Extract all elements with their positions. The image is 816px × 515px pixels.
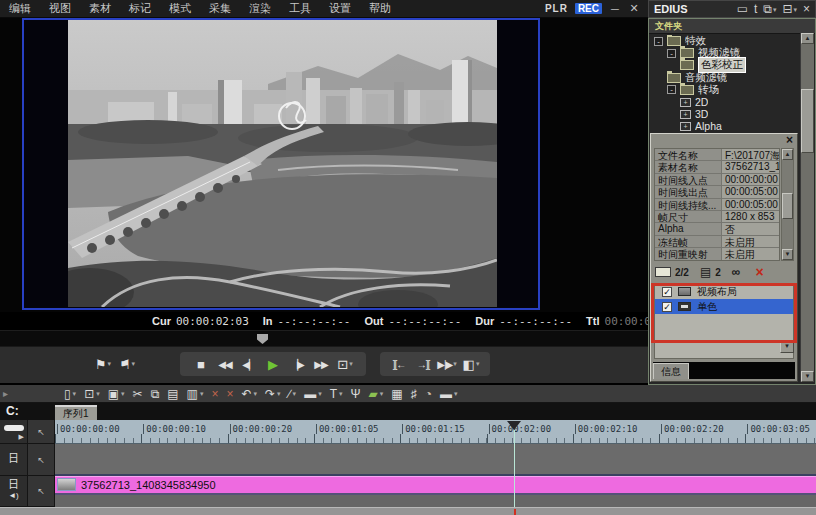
razor-button[interactable]: ∕▾ bbox=[289, 388, 297, 400]
minimize-icon[interactable]: ─ bbox=[609, 3, 621, 15]
effect-checkbox[interactable]: ✓ bbox=[662, 302, 672, 312]
seek-position-marker[interactable] bbox=[257, 334, 268, 344]
scroll-down-icon[interactable]: ▼ bbox=[801, 371, 814, 382]
va-track-tools[interactable]: ↖ bbox=[28, 476, 55, 507]
scroll-up-icon[interactable]: ▲ bbox=[782, 149, 793, 160]
goto-out-button[interactable]: →][ bbox=[412, 352, 434, 376]
cascade-windows-icon[interactable]: ⧉▾ bbox=[763, 3, 776, 15]
menu-item-设置[interactable]: 设置 bbox=[320, 0, 360, 17]
menu-item-编辑[interactable]: 编辑 bbox=[0, 0, 40, 17]
copy-button[interactable]: ⧉ bbox=[151, 388, 160, 400]
tree-item-音频滤镜[interactable]: 音频滤镜 bbox=[652, 72, 798, 84]
video-track-lane[interactable] bbox=[55, 444, 816, 476]
delete-filter-button[interactable]: × bbox=[755, 264, 763, 280]
tree-item-3D[interactable]: +3D bbox=[652, 108, 798, 120]
ruler-header-tools[interactable]: ↖ bbox=[28, 420, 55, 444]
tree-item-2D[interactable]: +2D bbox=[652, 96, 798, 108]
new-sequence-button[interactable]: ▯▾ bbox=[64, 388, 76, 400]
timecode-in: In--:--:--:-- bbox=[263, 315, 351, 328]
tree-expander-icon[interactable]: - bbox=[667, 85, 676, 94]
grid-button[interactable]: ▦ bbox=[391, 388, 402, 400]
tree-item-转场[interactable]: -转场 bbox=[652, 84, 798, 96]
menu-item-渲染[interactable]: 渲染 bbox=[240, 0, 280, 17]
tree-expander-icon[interactable]: - bbox=[667, 49, 676, 58]
close-icon[interactable]: × bbox=[803, 3, 810, 15]
menu-item-模式[interactable]: 模式 bbox=[160, 0, 200, 17]
menu-item-帮助[interactable]: 帮助 bbox=[360, 0, 400, 17]
menu-item-工具[interactable]: 工具 bbox=[280, 0, 320, 17]
sync-button[interactable]: ◔ bbox=[425, 388, 432, 400]
save-project-button[interactable]: ▣▾ bbox=[108, 388, 125, 400]
tree-item-Alpha[interactable]: +Alpha bbox=[652, 120, 798, 132]
menu-item-采集[interactable]: 采集 bbox=[200, 0, 240, 17]
tab-information[interactable]: 信息 bbox=[653, 363, 689, 379]
cut-button[interactable]: ✂ bbox=[133, 388, 143, 400]
text-tool-icon[interactable]: t bbox=[754, 3, 757, 15]
menu-item-素材[interactable]: 素材 bbox=[80, 0, 120, 17]
filter-count-button[interactable]: 2/2 bbox=[655, 267, 689, 278]
goto-in-button[interactable]: ][← bbox=[388, 352, 410, 376]
scroll-up-icon[interactable]: ▲ bbox=[801, 33, 814, 44]
effect-checkbox[interactable]: ✓ bbox=[662, 287, 672, 297]
timecode-value: 00:00:02:03 bbox=[176, 315, 249, 328]
delete-button[interactable]: × bbox=[211, 388, 218, 400]
audio-mixer-button[interactable]: ♯ bbox=[411, 388, 417, 400]
frame-forward-button[interactable]: ▕▶ bbox=[286, 352, 308, 376]
list-view-button[interactable]: ▤ 2 bbox=[700, 267, 721, 278]
playhead-line[interactable] bbox=[514, 430, 515, 507]
bin-scrollbar[interactable]: ▲ ▼ bbox=[800, 33, 814, 382]
va-track-header[interactable]: 日 ◄) bbox=[0, 476, 28, 507]
properties-scrollbar[interactable]: ▲ ▼ bbox=[781, 148, 794, 261]
panel-layout-button[interactable]: ▬▾ bbox=[440, 388, 458, 400]
undo-button[interactable]: ↶▾ bbox=[241, 388, 257, 400]
rewind-button[interactable]: ◀◀ bbox=[214, 352, 236, 376]
timeline-clip[interactable]: 37562713_1408345834950 bbox=[55, 476, 816, 495]
seek-strip[interactable] bbox=[0, 330, 648, 346]
title-button[interactable]: T▾ bbox=[330, 388, 343, 400]
export-button[interactable]: ◧▾ bbox=[460, 352, 482, 376]
timeline-horizontal-scrollbar[interactable] bbox=[0, 507, 816, 515]
rec-indicator[interactable]: REC bbox=[575, 3, 602, 14]
bin-scrollbar-thumb[interactable] bbox=[801, 89, 814, 153]
menu-item-标记[interactable]: 标记 bbox=[120, 0, 160, 17]
effect-row-视频布局[interactable]: ✓视频布局 bbox=[655, 284, 793, 299]
properties-scrollbar-thumb[interactable] bbox=[782, 193, 793, 219]
redo-button[interactable]: ↷▾ bbox=[265, 388, 281, 400]
ripple-delete-button[interactable]: × bbox=[226, 388, 233, 400]
voiceover-mic-button[interactable]: Ψ bbox=[351, 388, 361, 400]
menu-item-视图[interactable]: 视图 bbox=[40, 0, 80, 17]
link-settings-button[interactable]: ∞ bbox=[732, 265, 741, 279]
set-out-button[interactable]: ⚑▾ bbox=[116, 352, 138, 376]
playhead-handle[interactable] bbox=[507, 421, 521, 437]
property-label: 素材名称 bbox=[655, 161, 721, 172]
bin-button[interactable]: ▥▾ bbox=[187, 388, 204, 400]
frame-back-button[interactable]: ◀▏ bbox=[238, 352, 260, 376]
loop-button[interactable]: ⊡▾ bbox=[334, 352, 356, 376]
play-around-button[interactable]: ▶|▶▾ bbox=[436, 352, 458, 376]
folder-icon[interactable]: ▭ bbox=[737, 3, 748, 15]
set-in-button[interactable]: ⚑▾ bbox=[92, 352, 114, 376]
effects-scroll-down-icon[interactable]: ▼ bbox=[780, 340, 794, 353]
timeline-scale-slider[interactable] bbox=[4, 425, 24, 431]
video-track-tools[interactable]: ↖ bbox=[28, 444, 55, 476]
effect-row-单色[interactable]: ✓单色 bbox=[655, 299, 793, 314]
tab-sequence-1[interactable]: 序列1 bbox=[55, 405, 97, 420]
scroll-down-icon[interactable]: ▼ bbox=[782, 249, 793, 260]
video-track-header[interactable]: 日 bbox=[0, 444, 28, 476]
open-project-button[interactable]: ⊡▾ bbox=[84, 388, 100, 400]
close-icon[interactable]: ✕ bbox=[628, 2, 640, 15]
property-label: 时间线持续... bbox=[655, 199, 721, 210]
stop-button[interactable]: ■ bbox=[190, 352, 212, 376]
paste-button[interactable]: ▤ bbox=[167, 388, 178, 400]
play-button[interactable]: ▶ bbox=[262, 352, 284, 376]
add-to-timeline-button[interactable]: ▰▾ bbox=[369, 388, 384, 400]
tree-expander-icon[interactable]: - bbox=[654, 37, 663, 46]
scale-arrow-icon[interactable]: ▶ bbox=[0, 433, 27, 441]
timecode-ruler[interactable]: 00:00:00:0000:00:00:1000:00:00:2000:00:0… bbox=[55, 420, 816, 444]
fast-forward-button[interactable]: ▶▶ bbox=[310, 352, 332, 376]
dock-icon[interactable]: ⊟▾ bbox=[782, 3, 797, 15]
palette-close-icon[interactable]: × bbox=[786, 134, 793, 147]
caret-down-icon: ▾ bbox=[277, 390, 281, 397]
property-label: 文件名称 bbox=[655, 149, 721, 160]
mode-button[interactable]: ▬▾ bbox=[304, 388, 322, 400]
